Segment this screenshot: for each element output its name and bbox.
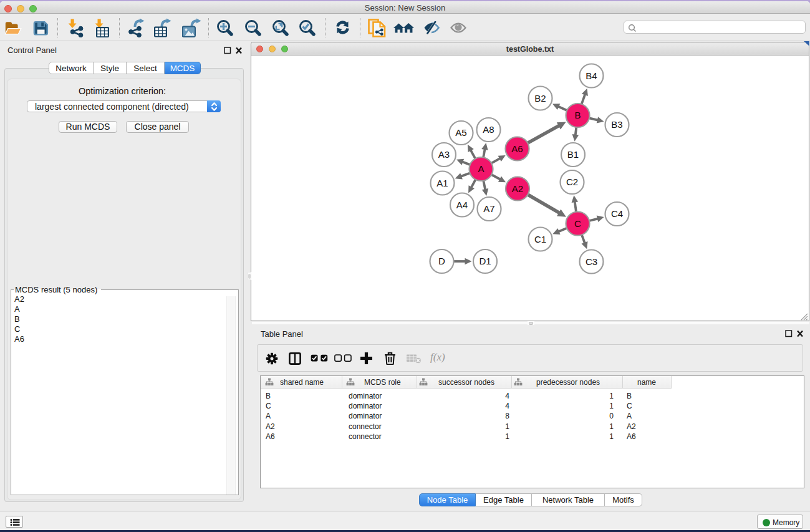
svg-text:C3: C3 [586,256,597,267]
svg-text:C2: C2 [566,177,578,187]
svg-text:A8: A8 [483,124,494,135]
svg-text:B4: B4 [586,70,597,81]
svg-text:C1: C1 [534,234,546,244]
svg-text:C4: C4 [611,208,623,219]
svg-text:B1: B1 [567,149,579,160]
svg-text:A3: A3 [438,149,450,160]
svg-text:A: A [478,163,484,174]
svg-text:C: C [574,218,581,229]
svg-text:B2: B2 [534,93,546,104]
svg-text:A7: A7 [483,203,494,214]
svg-text:B: B [574,110,581,120]
svg-text:A5: A5 [455,127,466,138]
svg-text:D1: D1 [479,256,491,266]
svg-text:A2: A2 [512,183,523,194]
svg-text:A4: A4 [456,200,468,210]
svg-text:A1: A1 [436,178,448,188]
svg-text:D: D [438,256,445,266]
svg-text:B3: B3 [611,119,622,130]
svg-text:A6: A6 [511,143,523,154]
